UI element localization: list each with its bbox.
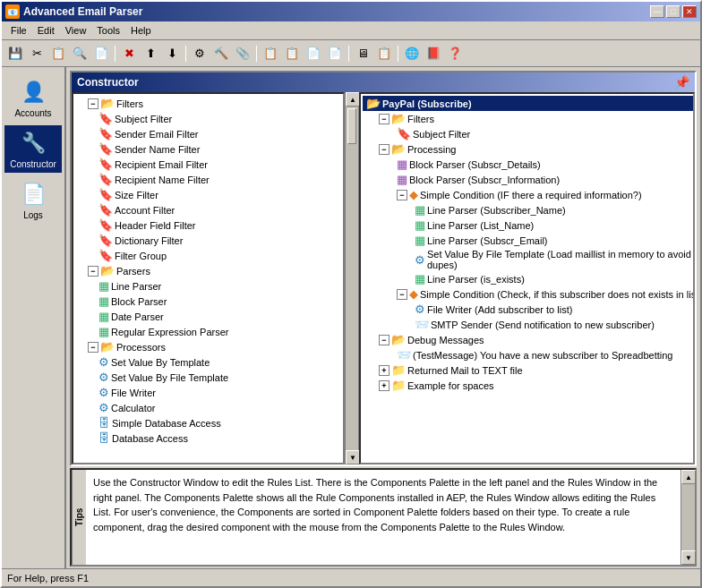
tree-paypal-subject-filter[interactable]: 🔖 Subject Filter: [395, 126, 695, 141]
tool-doc[interactable]: 📄: [304, 44, 323, 64]
tree-header-field-filter[interactable]: 🔖 Header Field Filter: [97, 217, 341, 233]
debug-expander[interactable]: −: [379, 335, 390, 345]
tips-scroll-down[interactable]: ▼: [681, 550, 696, 565]
scroll-up-btn[interactable]: ▲: [346, 92, 360, 107]
tree-paypal-root[interactable]: 📂 PayPal (Subscribe): [363, 96, 695, 111]
tree-processing-folder[interactable]: − 📂 Processing: [377, 141, 695, 157]
tree-smtp-sender[interactable]: 📨 SMTP Sender (Send notification to new …: [413, 317, 695, 332]
tool-book[interactable]: 📕: [424, 44, 443, 64]
tree-line-list-name[interactable]: ▦ Line Parser (List_Name): [413, 217, 695, 233]
tree-example-spaces-folder[interactable]: + 📁 Example for spaces: [377, 378, 695, 393]
scroll-thumb[interactable]: [347, 108, 356, 144]
tree-block-parser[interactable]: ▦ Block Parser: [97, 294, 341, 309]
tool-down[interactable]: ⬇: [162, 44, 182, 64]
tree-subject-filter[interactable]: 🔖 Subject Filter: [97, 111, 341, 126]
paypal-filters-expander[interactable]: −: [379, 114, 390, 124]
tree-file-writer[interactable]: ⚙ File Writer: [97, 385, 341, 400]
toolbar-separator-2: [185, 46, 186, 62]
tree-sender-email-filter[interactable]: 🔖 Sender Email Filter: [97, 126, 341, 141]
tool-globe[interactable]: 🌐: [402, 44, 422, 64]
tree-block-parser-details[interactable]: ▦ Block Parser (Subscr_Details): [395, 157, 695, 172]
filters-expander[interactable]: −: [88, 98, 98, 109]
tree-line-subscr-email[interactable]: ▦ Line Parser (Subscr_Email): [413, 233, 695, 248]
tree-block-parser-info[interactable]: ▦ Block Parser (Subscr_Information): [395, 172, 695, 187]
scroll-track: [346, 107, 358, 450]
tree-date-parser[interactable]: ▦ Date Parser: [97, 309, 341, 324]
parsers-expander[interactable]: −: [88, 266, 98, 277]
processors-expander[interactable]: −: [88, 342, 98, 353]
left-tree-panel[interactable]: − 📂 Filters 🔖 Subject Filter 🔖: [72, 92, 345, 464]
tree-simple-condition-2[interactable]: − ◆ Simple Condition (Check, if this sub…: [395, 286, 695, 302]
tree-debug-folder[interactable]: − 📂 Debug Messages: [377, 332, 695, 347]
minimize-button[interactable]: —: [650, 5, 664, 18]
regex-parser-label: Regular Expression Parser: [111, 327, 228, 337]
sidebar-item-logs[interactable]: 📄 Logs: [4, 176, 62, 224]
tree-account-filter[interactable]: 🔖 Account Filter: [97, 202, 341, 217]
tree-returned-mail-folder[interactable]: + 📁 Returned Mail to TEXT file: [377, 362, 695, 378]
tool-new[interactable]: 📄: [91, 44, 111, 64]
tree-regex-parser[interactable]: ▦ Regular Expression Parser: [97, 324, 341, 339]
tips-scroll-up[interactable]: ▲: [681, 470, 696, 484]
tree-simple-db-access[interactable]: 🗄 Simple Database Access: [97, 415, 341, 430]
tree-file-writer-add[interactable]: ⚙ File Writer (Add subscriber to list): [413, 302, 695, 317]
maximize-button[interactable]: □: [666, 5, 681, 18]
tool-attach[interactable]: 📎: [233, 44, 253, 64]
tree-recipient-email-filter[interactable]: 🔖 Recipient Email Filter: [97, 157, 341, 172]
tree-simple-condition-1[interactable]: − ◆ Simple Condition (IF there a require…: [395, 187, 695, 202]
tool-monitor[interactable]: 🖥: [353, 44, 372, 64]
right-tree-panel[interactable]: 📂 PayPal (Subscribe) − 📂 Filters: [359, 92, 695, 464]
tree-set-value-maillist[interactable]: ⚙ Set Value By File Template (Load maill…: [413, 248, 695, 271]
constructor-pin-icon[interactable]: 📌: [674, 75, 689, 89]
tool-up[interactable]: ⬆: [141, 44, 160, 64]
subscriber-name-icon: ▦: [415, 203, 425, 217]
menu-edit[interactable]: Edit: [32, 23, 60, 38]
tree-set-value-template[interactable]: ⚙ Set Value By Template: [97, 354, 341, 370]
tool-list2[interactable]: 📋: [282, 44, 302, 64]
scroll-down-btn[interactable]: ▼: [346, 450, 360, 464]
condition1-expander[interactable]: −: [397, 190, 407, 200]
tree-paypal-filters[interactable]: − 📂 Filters: [377, 111, 695, 126]
tool-help[interactable]: ❓: [445, 44, 465, 64]
tree-calculator[interactable]: ⚙ Calculator: [97, 400, 341, 415]
tool-doc2[interactable]: 📄: [325, 44, 345, 64]
tree-filter-group[interactable]: 🔖 Filter Group: [97, 248, 341, 263]
tree-set-value-file-template[interactable]: ⚙ Set Value By File Template: [97, 370, 341, 385]
tree-dictionary-filter[interactable]: 🔖 Dictionary Filter: [97, 233, 341, 248]
processors-folder-label: Processors: [116, 342, 166, 353]
tree-filters-folder[interactable]: − 📂 Filters: [75, 96, 341, 111]
processing-expander[interactable]: −: [379, 144, 390, 155]
sidebar-item-accounts[interactable]: 👤 Accounts: [4, 74, 62, 122]
menu-view[interactable]: View: [60, 23, 92, 38]
tool-copy[interactable]: 📋: [48, 44, 68, 64]
tree-sender-name-filter[interactable]: 🔖 Sender Name Filter: [97, 141, 341, 157]
menu-file[interactable]: File: [5, 23, 32, 38]
tool-list3[interactable]: 📋: [374, 44, 394, 64]
tree-parsers-folder[interactable]: − 📂 Parsers: [75, 263, 341, 278]
returned-mail-expander[interactable]: +: [379, 365, 390, 376]
sidebar-item-constructor[interactable]: 🔧 Constructor: [4, 125, 62, 173]
tool-hammer[interactable]: 🔨: [211, 44, 231, 64]
sidebar-label-logs: Logs: [23, 210, 43, 220]
accounts-icon: 👤: [19, 78, 47, 107]
menu-help[interactable]: Help: [125, 23, 157, 38]
close-button[interactable]: ✕: [682, 5, 697, 18]
tree-test-message[interactable]: 📨 (TestMessage) You have a new subscribe…: [395, 347, 695, 362]
tool-cut[interactable]: ✂: [27, 44, 47, 64]
tree-size-filter[interactable]: 🔖 Size Filter: [97, 187, 341, 202]
tool-save[interactable]: 💾: [5, 44, 25, 64]
tree-recipient-name-filter[interactable]: 🔖 Recipient Name Filter: [97, 172, 341, 187]
set-value-maillist-label: Set Value By File Template (Load maillis…: [427, 249, 695, 270]
tree-line-is-exists[interactable]: ▦ Line Parser (is_exists): [413, 271, 695, 286]
tool-find[interactable]: 🔍: [70, 44, 90, 64]
tree-line-parser[interactable]: ▦ Line Parser: [97, 278, 341, 294]
tool-settings[interactable]: ⚙: [190, 44, 210, 64]
menu-tools[interactable]: Tools: [91, 23, 125, 38]
tree-processors-folder[interactable]: − 📂 Processors: [75, 339, 341, 354]
tool-delete[interactable]: ✖: [119, 44, 139, 64]
example-spaces-expander[interactable]: +: [379, 380, 390, 391]
condition2-expander[interactable]: −: [397, 289, 407, 300]
tree-line-subscriber-name[interactable]: ▦ Line Parser (Subscriber_Name): [413, 202, 695, 217]
tool-list1[interactable]: 📋: [261, 44, 280, 64]
condition1-icon: ◆: [409, 188, 418, 201]
tree-db-access[interactable]: 🗄 Database Access: [97, 430, 341, 446]
